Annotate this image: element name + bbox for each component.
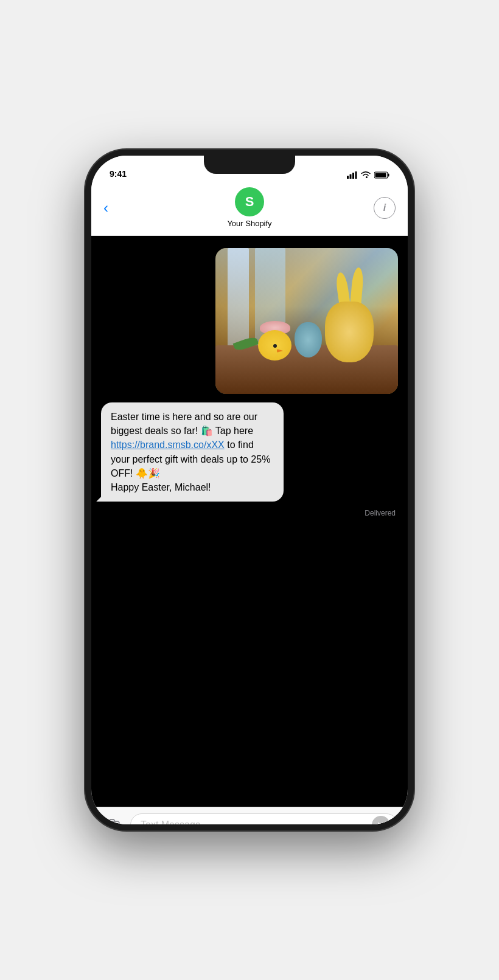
wifi-icon bbox=[361, 171, 371, 179]
phone-wrapper: 9:41 bbox=[85, 150, 414, 830]
back-button[interactable]: ‹ bbox=[103, 199, 125, 216]
header: ‹ S Your Shopify i bbox=[91, 182, 408, 236]
info-button[interactable]: i bbox=[374, 197, 396, 219]
signal-icon bbox=[347, 171, 357, 179]
contact-name: Your Shopify bbox=[227, 219, 271, 228]
status-time: 9:41 bbox=[110, 169, 127, 179]
bubble-text-part3: Happy Easter, Michael! bbox=[111, 482, 211, 492]
svg-rect-1 bbox=[350, 174, 352, 179]
notch bbox=[204, 156, 295, 174]
easter-image bbox=[215, 248, 398, 394]
bubble-text: Easter time is here and so are our bigge… bbox=[111, 410, 274, 494]
svg-rect-7 bbox=[105, 821, 119, 824]
input-placeholder: Text Message bbox=[141, 820, 201, 824]
svg-point-8 bbox=[110, 824, 115, 825]
send-button[interactable]: ▲ bbox=[372, 816, 390, 824]
send-arrow-icon: ▲ bbox=[376, 821, 386, 824]
text-input[interactable]: Text Message ▲ bbox=[130, 813, 398, 824]
svg-rect-2 bbox=[352, 173, 354, 179]
message-area: Easter time is here and so are our bigge… bbox=[91, 236, 408, 807]
phone-frame: 9:41 bbox=[85, 150, 414, 830]
message-bubble: Easter time is here and so are our bigge… bbox=[101, 402, 284, 502]
input-area: Text Message ▲ bbox=[91, 807, 408, 824]
delivered-label: Delivered bbox=[365, 509, 398, 517]
phone-screen: 9:41 bbox=[91, 156, 408, 824]
svg-rect-0 bbox=[347, 176, 349, 179]
header-center: S Your Shopify bbox=[227, 187, 271, 228]
svg-rect-5 bbox=[388, 174, 389, 177]
svg-point-9 bbox=[116, 823, 117, 824]
bubble-text-part1: Easter time is here and so are our bigge… bbox=[111, 412, 257, 436]
svg-rect-3 bbox=[355, 171, 357, 179]
image-bubble bbox=[215, 248, 398, 394]
status-icons bbox=[347, 171, 389, 179]
camera-icon bbox=[103, 818, 120, 824]
camera-button[interactable] bbox=[101, 814, 123, 824]
screen-content: ‹ S Your Shopify i bbox=[91, 182, 408, 824]
avatar: S bbox=[235, 187, 264, 216]
battery-icon bbox=[374, 171, 389, 179]
svg-rect-6 bbox=[375, 173, 386, 178]
bubble-link[interactable]: https://brand.smsb.co/xXX bbox=[111, 440, 225, 450]
